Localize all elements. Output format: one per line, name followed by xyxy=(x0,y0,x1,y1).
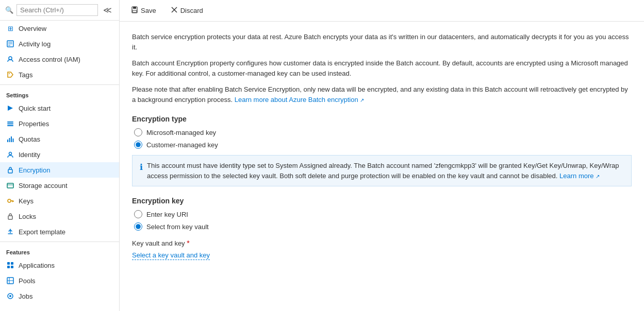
divider-features xyxy=(0,241,119,242)
tags-icon xyxy=(6,71,14,79)
key-vault-label: Key vault and key xyxy=(132,239,185,247)
radio-customer-managed[interactable]: Customer-managed key xyxy=(134,141,632,149)
discard-icon xyxy=(171,6,178,15)
save-label: Save xyxy=(141,7,156,14)
features-section-label: Features xyxy=(0,244,119,257)
sidebar-item-label: Properties xyxy=(19,120,49,128)
locks-icon xyxy=(6,212,14,220)
select-vault-link[interactable]: Select a key vault and key xyxy=(132,251,210,260)
sidebar-collapse-button[interactable]: ≪ xyxy=(101,4,114,16)
quotas-icon xyxy=(6,135,14,143)
divider-settings xyxy=(0,84,119,85)
sidebar-item-tags[interactable]: Tags xyxy=(0,67,119,82)
description-2: Batch account Encryption property config… xyxy=(132,58,632,78)
radio-microsoft-input[interactable] xyxy=(134,128,142,136)
svg-rect-8 xyxy=(7,122,13,123)
svg-rect-26 xyxy=(7,266,10,268)
sidebar-item-label: Applications xyxy=(19,262,55,269)
sidebar-item-encryption[interactable]: Encryption xyxy=(0,162,119,178)
svg-rect-10 xyxy=(7,125,13,126)
svg-point-19 xyxy=(8,199,11,202)
svg-rect-35 xyxy=(133,10,137,12)
properties-icon xyxy=(6,119,14,128)
save-icon xyxy=(131,6,138,15)
learn-more-link[interactable]: Learn more about Azure Batch encryption … xyxy=(235,96,365,103)
sidebar-item-keys[interactable]: Keys xyxy=(0,193,119,209)
svg-rect-11 xyxy=(7,140,8,142)
encryption-key-radio-group: Enter key URI Select from key vault xyxy=(134,210,632,231)
svg-rect-25 xyxy=(11,262,13,265)
info-icon: ℹ xyxy=(140,161,143,174)
sidebar-item-label: Access control (IAM) xyxy=(19,56,80,63)
select-vault-link-label: Select a key vault and key xyxy=(132,251,210,259)
key-vault-section: Key vault and key * Select a key vault a… xyxy=(132,239,632,260)
radio-customer-input[interactable] xyxy=(134,141,142,149)
svg-point-4 xyxy=(9,57,12,60)
sidebar-item-label: Keys xyxy=(19,197,34,205)
learn-more-link-2[interactable]: Learn more ↗ xyxy=(559,172,600,180)
sidebar-item-storage-account[interactable]: Storage account xyxy=(0,178,119,193)
encryption-key-section: Encryption key xyxy=(132,197,632,205)
main-content: Save Discard Batch service encryption pr… xyxy=(120,0,644,311)
sidebar-item-export-template[interactable]: Export template xyxy=(0,224,119,239)
svg-point-15 xyxy=(9,152,12,155)
sidebar-item-jobs[interactable]: Jobs xyxy=(0,288,119,304)
identity-icon xyxy=(6,150,14,159)
svg-rect-12 xyxy=(9,138,10,142)
discard-button[interactable]: Discard xyxy=(168,4,206,17)
sidebar-item-label: Identity xyxy=(19,151,40,159)
toolbar: Save Discard xyxy=(120,0,644,22)
external-link-icon-2: ↗ xyxy=(596,174,600,179)
sidebar-item-quotas[interactable]: Quotas xyxy=(0,131,119,147)
svg-rect-34 xyxy=(133,7,136,9)
encryption-icon xyxy=(6,166,14,174)
radio-select-vault[interactable]: Select from key vault xyxy=(134,222,632,231)
sidebar-item-overview[interactable]: ⊞ Overview xyxy=(0,21,119,36)
sidebar-item-properties[interactable]: Properties xyxy=(0,116,119,131)
keys-icon xyxy=(6,197,14,205)
radio-vault-label: Select from key vault xyxy=(146,223,209,231)
sidebar-item-label: Quotas xyxy=(19,135,40,143)
sidebar-item-quick-start[interactable]: Quick start xyxy=(0,100,119,116)
sidebar-search-container: 🔍 ≪ xyxy=(0,0,119,21)
sidebar-item-applications[interactable]: Applications xyxy=(0,257,119,273)
description-1: Batch service encryption protects your d… xyxy=(132,32,632,52)
external-link-icon: ↗ xyxy=(360,97,364,103)
sidebar-item-pools[interactable]: Pools xyxy=(0,273,119,288)
content-area: Batch service encryption protects your d… xyxy=(120,22,644,311)
sidebar-item-label: Pools xyxy=(19,277,36,285)
encryption-type-radio-group: Microsoft-managed key Customer-managed k… xyxy=(134,128,632,149)
description-3: Please note that after enabling Batch Se… xyxy=(132,84,632,105)
sidebar-item-access-control[interactable]: Access control (IAM) xyxy=(0,51,119,67)
sidebar-item-activity-log[interactable]: Activity log xyxy=(0,36,119,51)
svg-rect-27 xyxy=(11,266,13,268)
sidebar-item-label: Export template xyxy=(19,228,65,236)
storage-account-icon xyxy=(6,181,14,189)
access-control-icon xyxy=(6,55,14,63)
svg-rect-16 xyxy=(8,169,12,173)
learn-more-2-label: Learn more xyxy=(559,172,593,180)
key-vault-label-container: Key vault and key * xyxy=(132,239,632,247)
svg-marker-5 xyxy=(8,72,13,77)
sidebar-item-label: Activity log xyxy=(19,40,51,48)
save-button[interactable]: Save xyxy=(128,4,159,17)
svg-point-32 xyxy=(9,295,11,297)
svg-point-6 xyxy=(9,73,10,74)
settings-section-label: Settings xyxy=(0,87,119,100)
search-input[interactable] xyxy=(16,4,98,16)
sidebar-item-label: Tags xyxy=(19,71,32,79)
sidebar-item-label: Encryption xyxy=(19,166,50,174)
svg-rect-17 xyxy=(7,183,13,188)
radio-microsoft-managed[interactable]: Microsoft-managed key xyxy=(134,128,632,136)
radio-uri-input[interactable] xyxy=(134,210,142,218)
sidebar-item-identity[interactable]: Identity xyxy=(0,147,119,162)
encryption-type-section: Encryption type xyxy=(132,115,632,123)
description-3-text: Please note that after enabling Batch Se… xyxy=(132,85,628,103)
radio-enter-uri[interactable]: Enter key URI xyxy=(134,210,632,218)
radio-vault-input[interactable] xyxy=(134,222,142,231)
svg-rect-9 xyxy=(7,124,13,125)
svg-rect-13 xyxy=(11,136,12,142)
overview-icon: ⊞ xyxy=(6,24,14,32)
sidebar-item-locks[interactable]: Locks xyxy=(0,209,119,224)
radio-customer-label: Customer-managed key xyxy=(146,141,218,149)
